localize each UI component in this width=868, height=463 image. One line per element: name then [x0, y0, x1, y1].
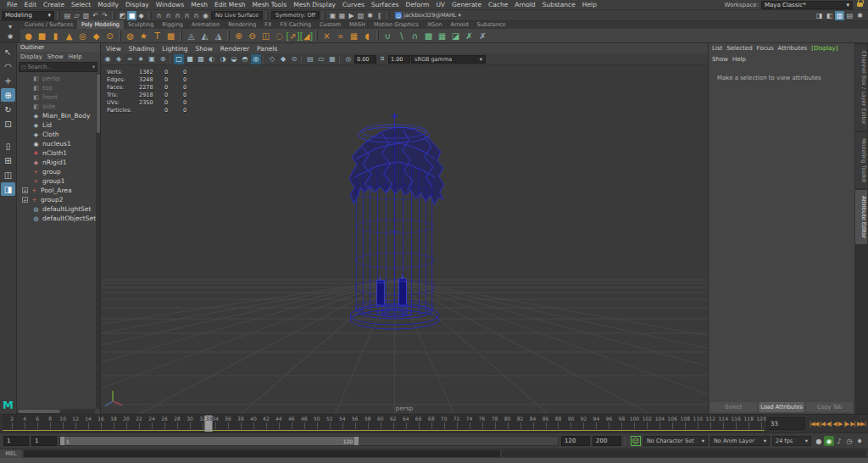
side-tab-attribute-editor[interactable]: Attribute Editor	[855, 190, 867, 244]
outliner-item-group[interactable]: +group	[17, 167, 96, 176]
exposure-field[interactable]: 0.00	[354, 55, 376, 64]
menu-edit-mesh[interactable]: Edit Mesh	[211, 1, 249, 8]
snap-to-point-icon[interactable]: ∩	[173, 11, 182, 20]
render-settings-icon[interactable]: ✱	[365, 11, 375, 20]
live-surface-field[interactable]: No Live Surface	[211, 11, 263, 20]
joint-tool-icon[interactable]: ◮	[212, 30, 225, 42]
outliner-item-front[interactable]: ◧front	[17, 92, 96, 102]
shelf-tab-fx-caching[interactable]: FX Caching	[276, 20, 316, 29]
outliner-item-persp[interactable]: ◧persp	[17, 74, 96, 83]
shelf-options-gear-icon[interactable]: ✱	[6, 32, 15, 42]
two-d-pan-zoom-icon[interactable]: ⊕	[158, 54, 168, 64]
viewport-3d-scene[interactable]: Verts:138200Edges:324800Faces:227800Tris…	[101, 65, 708, 414]
menu-generate[interactable]: Generate	[448, 1, 485, 8]
outliner-item-top[interactable]: ◧top	[17, 83, 96, 92]
exposure-icon[interactable]: ◎	[343, 54, 353, 64]
expand-icon[interactable]: +	[22, 187, 28, 193]
toggle-channel-box-icon[interactable]: ▥	[835, 11, 844, 20]
lock-camera-icon[interactable]: ◈	[114, 54, 124, 64]
save-scene-icon[interactable]: ▥	[81, 11, 91, 20]
menu-select[interactable]: Select	[68, 1, 94, 8]
open-render-view-icon[interactable]: ▣	[328, 11, 337, 20]
menu-mesh[interactable]: Mesh	[187, 1, 211, 8]
pause-viewport-icon[interactable]: ∥	[375, 11, 384, 20]
shelf-tab-motion-graphics[interactable]: Motion Graphics	[370, 20, 423, 29]
target-weld-icon[interactable]: ∝	[334, 30, 347, 42]
textured-mode-icon[interactable]: ▩	[196, 54, 206, 64]
gamma-field[interactable]: 1.00	[388, 55, 410, 64]
open-scene-icon[interactable]: ▱	[72, 11, 81, 20]
character-set-icon[interactable]: ☺	[631, 436, 641, 446]
fps-dropdown[interactable]: 24 fps▾	[772, 436, 811, 446]
resolution-gate-icon[interactable]: ▭	[316, 54, 326, 64]
bevel-icon[interactable]: ◢	[300, 30, 313, 42]
super-shape-icon[interactable]: ★	[137, 30, 150, 42]
menu-edit[interactable]: Edit	[21, 1, 41, 8]
select-by-component-icon[interactable]: ◆	[136, 11, 146, 20]
menu-surfaces[interactable]: Surfaces	[368, 1, 402, 8]
mirror-icon[interactable]: ◫	[259, 30, 272, 42]
move-tool[interactable]: ⊕	[1, 88, 15, 102]
rotate-tool[interactable]: ↻	[1, 103, 15, 116]
shelf-tab-menu-icon[interactable]: ▾	[6, 22, 15, 31]
shadows-icon[interactable]: ◑	[218, 54, 228, 64]
menu-cache[interactable]: Cache	[485, 1, 511, 8]
layout-four-pane[interactable]: ⊞	[1, 153, 15, 167]
lasso-tool[interactable]: ◠	[1, 59, 15, 73]
render-sequence-icon[interactable]: ▧	[356, 11, 365, 20]
side-tab-channel-box-layer-editor[interactable]: Channel Box / Layer Editor	[855, 45, 867, 131]
workspace-dropdown[interactable]: Maya Classic* ▾	[761, 1, 853, 9]
layout-two-pane[interactable]: ◫	[1, 168, 15, 181]
shelf-tab-sculpting[interactable]: Sculpting	[124, 20, 158, 29]
animation-end-field[interactable]: 200	[593, 436, 621, 446]
gate-mask-icon[interactable]: ▦	[327, 54, 337, 64]
scale-tool[interactable]: ⊡	[1, 117, 15, 131]
shelf-tab-curves-surfaces[interactable]: Curves / Surfaces	[20, 20, 77, 29]
select-button[interactable]: Select	[710, 402, 757, 412]
boolean-difference-icon[interactable]: ∖	[395, 30, 408, 42]
svg-tool-icon[interactable]: ▩	[164, 30, 177, 42]
step-forward-frame-button[interactable]: |▶	[843, 421, 849, 427]
motion-blur-icon[interactable]: ◓	[240, 54, 250, 64]
animation-start-field[interactable]: 1	[3, 436, 29, 446]
shelf-tab-custom[interactable]: Custom	[315, 20, 345, 29]
extrude-icon[interactable]: ⇗	[287, 30, 299, 42]
wireframe-mode-icon[interactable]: ▢	[174, 54, 184, 64]
play-forward-button[interactable]: ▶	[838, 421, 842, 427]
new-scene-icon[interactable]: ▤	[63, 11, 72, 20]
toggle-options-icon[interactable]: ✱	[855, 11, 865, 20]
outliner-item-defaultobjectset[interactable]: ◍defaultObjectSet	[17, 214, 96, 223]
outliner-item-defaultlightset[interactable]: ◍defaultLightSet	[17, 204, 96, 214]
outliner-vertical-scrollbar[interactable]	[96, 73, 100, 409]
snap-to-projected-center-icon[interactable]: ∩	[182, 11, 192, 20]
current-time-field[interactable]: 33	[766, 417, 805, 430]
separate-icon[interactable]: ⊖	[246, 30, 259, 42]
select-by-hierarchy-icon[interactable]: ◩	[118, 11, 127, 20]
camera-attributes-icon[interactable]: ≡	[125, 54, 135, 64]
character-set-dropdown[interactable]: No Character Set▾	[643, 436, 708, 446]
menu-deform[interactable]: Deform	[402, 1, 432, 8]
layout-single-pane[interactable]: ▯	[1, 139, 15, 153]
load-attributes-button[interactable]: Load Attributes	[759, 402, 805, 412]
poly-cone-icon[interactable]: ▲	[63, 30, 75, 42]
poly-type-icon[interactable]: T	[151, 30, 164, 42]
shelf-tab-poly-modeling[interactable]: Poly Modeling	[77, 20, 124, 29]
snap-to-curve-icon[interactable]: ∩	[164, 11, 173, 20]
menu-substance[interactable]: Substance	[539, 1, 579, 8]
comment-bubble-icon[interactable]: ●	[814, 436, 824, 446]
account-button[interactable]: ☺ jackbox329@MAHL ▾	[392, 12, 464, 19]
anim-layer-dropdown[interactable]: No Anim Layer▾	[710, 436, 770, 446]
undo-icon[interactable]: ↶	[91, 11, 100, 20]
go-to-end-button[interactable]: ▶▶|	[857, 421, 865, 427]
shelf-tab-xgen[interactable]: XGen	[423, 20, 447, 29]
shelf-tab-mash[interactable]: MASH	[345, 20, 370, 29]
use-all-lights-icon[interactable]: ◐	[207, 54, 217, 64]
select-by-object-icon[interactable]: ■	[127, 11, 136, 20]
outliner-item-mian_bin_body[interactable]: ◈Mian_Bin_Body	[17, 111, 96, 120]
anti-aliasing-icon[interactable]: ◎	[251, 54, 261, 64]
range-slider-track[interactable]: 1 120	[59, 436, 559, 446]
outliner-item-cloth[interactable]: ◈Cloth	[17, 130, 96, 139]
menu-help[interactable]: Help	[579, 1, 600, 8]
auto-key-button[interactable]: ◉	[824, 436, 834, 446]
menu-uv[interactable]: UV	[432, 1, 448, 8]
